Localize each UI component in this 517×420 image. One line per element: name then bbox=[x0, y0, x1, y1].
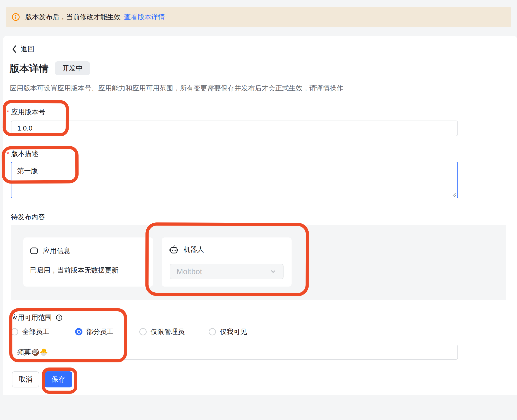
robot-select[interactable]: Moltbot bbox=[170, 264, 284, 279]
page-title: 版本详情 bbox=[10, 62, 49, 75]
radio-option-admin-only[interactable]: 仅限管理员 bbox=[139, 327, 185, 336]
info-circle-icon bbox=[12, 13, 20, 21]
robot-card: 机器人 Moltbot bbox=[162, 237, 292, 287]
page-description: 应用版本可设置应用版本号、应用能力和应用可用范围，所有变更需要保存并发布后才会正… bbox=[10, 84, 343, 93]
required-asterisk: * bbox=[7, 108, 9, 116]
pending-section: 应用信息 已启用，当前版本无数据更新 机器人 Moltbot bbox=[11, 225, 506, 300]
robot-select-value: Moltbot bbox=[177, 267, 269, 276]
version-number-input[interactable]: 1.0.0 bbox=[11, 121, 458, 136]
radio-icon[interactable] bbox=[209, 328, 216, 335]
radio-option-all-staff[interactable]: 全部员工 bbox=[11, 327, 49, 336]
banner-link[interactable]: 查看版本详情 bbox=[124, 12, 165, 22]
chevron-left-icon bbox=[11, 45, 17, 53]
title-row: 版本详情 开发中 bbox=[10, 61, 90, 75]
pending-section-label: 待发布内容 bbox=[11, 212, 45, 222]
scope-label-row: 应用可用范围 bbox=[11, 313, 62, 322]
card-title: 机器人 bbox=[184, 245, 204, 254]
version-number-value: 1.0.0 bbox=[17, 124, 32, 132]
back-label: 返回 bbox=[21, 44, 34, 54]
save-button[interactable]: 保存 bbox=[45, 371, 72, 387]
screen: 版本发布后，当前修改才能生效 查看版本详情 返回 版本详情 开发中 应用版本可设… bbox=[0, 0, 517, 420]
radio-icon[interactable] bbox=[11, 328, 18, 335]
version-number-label: * 应用版本号 bbox=[7, 107, 45, 117]
version-desc-value: 第一版 bbox=[17, 167, 38, 175]
app-window-icon bbox=[30, 247, 38, 255]
info-circle-icon[interactable] bbox=[56, 314, 62, 321]
scope-label: 应用可用范围 bbox=[11, 313, 52, 322]
scope-members-value: 须莫🥥🐣, bbox=[17, 348, 50, 357]
resize-grip-icon[interactable] bbox=[450, 191, 457, 197]
robot-icon bbox=[169, 245, 179, 254]
radio-icon[interactable] bbox=[75, 328, 82, 335]
required-asterisk: * bbox=[7, 150, 9, 158]
notice-banner: 版本发布后，当前修改才能生效 查看版本详情 bbox=[6, 7, 511, 27]
radio-option-only-me[interactable]: 仅我可见 bbox=[209, 327, 247, 336]
version-detail-panel: 返回 版本详情 开发中 应用版本可设置应用版本号、应用能力和应用可用范围，所有变… bbox=[3, 36, 517, 395]
version-desc-label: * 版本描述 bbox=[7, 149, 38, 158]
card-title: 应用信息 bbox=[43, 246, 70, 255]
chevron-down-icon bbox=[269, 268, 277, 275]
version-desc-textarea[interactable]: 第一版 bbox=[11, 162, 458, 198]
app-info-card: 应用信息 已启用，当前版本无数据更新 bbox=[23, 237, 153, 287]
radio-icon[interactable] bbox=[139, 328, 147, 335]
scope-members-input[interactable]: 须莫🥥🐣, bbox=[11, 345, 458, 360]
status-badge: 开发中 bbox=[55, 61, 90, 75]
back-button[interactable]: 返回 bbox=[11, 45, 34, 53]
banner-text: 版本发布后，当前修改才能生效 bbox=[25, 12, 121, 22]
cancel-button[interactable]: 取消 bbox=[12, 371, 39, 387]
radio-option-partial-staff[interactable]: 部分员工 bbox=[75, 327, 114, 336]
card-status-text: 已启用，当前版本无数据更新 bbox=[30, 266, 118, 275]
